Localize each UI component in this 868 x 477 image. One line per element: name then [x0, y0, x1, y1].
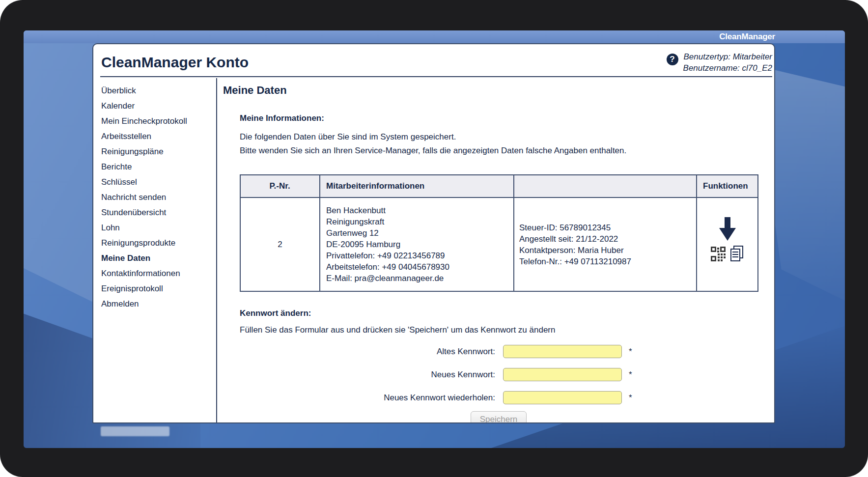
form-row: Altes Kennwort: * [240, 345, 757, 358]
password-section-heading: Kennwort ändern: [240, 309, 757, 318]
user-info-block: ? Benutzertyp: Mitarbeiter Benutzername:… [667, 51, 772, 76]
cell-functions [697, 197, 758, 291]
required-marker: * [629, 370, 632, 380]
help-icon[interactable]: ? [667, 54, 678, 65]
window-header: CleanManager Konto ? Benutzertyp: Mitarb… [100, 44, 772, 77]
section-title: Meine Daten [223, 84, 757, 97]
app-logo: CleanManager [719, 32, 775, 42]
new-password-label: Neues Kennwort: [240, 370, 503, 380]
employee-role: Reinigungskraft [326, 216, 509, 227]
sidebar-item-schluessel[interactable]: Schlüssel [93, 174, 216, 190]
password-form: Altes Kennwort: * Neues Kennwort: * Neue… [240, 345, 757, 422]
sidebar-item-meine-daten[interactable]: Meine Daten [93, 251, 216, 266]
qr-code-icon[interactable] [711, 247, 726, 261]
sidebar-item-reinigungsprodukte[interactable]: Reinigungsprodukte [93, 235, 216, 251]
user-type-label: Benutzertyp: Mitarbeiter [683, 51, 772, 62]
col-header-pnr: P.-Nr. [240, 175, 320, 197]
app-window: CleanManager Konto ? Benutzertyp: Mitarb… [92, 43, 775, 423]
screen-background: CleanManager CleanManager Konto ? Benutz… [24, 30, 845, 448]
password-instruction: Füllen Sie das Formular aus und drücken … [240, 325, 757, 335]
sidebar-item-kalender[interactable]: Kalender [93, 98, 216, 113]
page-title: CleanManager Konto [101, 54, 249, 76]
cell-employee-info: Ben Hackenbutt Reinigungskraft Gartenweg… [320, 197, 514, 291]
save-button[interactable]: Speichern [471, 411, 527, 422]
main-content: Meine Daten Meine Informationen: Die fol… [218, 78, 774, 422]
employee-tax-id: Steuer-ID: 56789012345 [519, 222, 696, 233]
sidebar-item-ereignisprotokoll[interactable]: Ereignisprotokoll [93, 281, 216, 296]
document-copy-icon[interactable] [730, 246, 744, 261]
col-header-mitarbeiterinformationen: Mitarbeiterinformationen [320, 175, 514, 197]
download-arrow-icon[interactable] [717, 217, 738, 242]
old-password-input[interactable] [503, 345, 622, 358]
cell-employee-details: Steuer-ID: 56789012345 Angestellt seit: … [514, 197, 697, 291]
required-marker: * [629, 393, 632, 403]
sidebar-item-reinigungsplaene[interactable]: Reinigungspläne [93, 144, 216, 159]
wallpaper-highlight [101, 426, 169, 436]
user-info-lines: Benutzertyp: Mitarbeiter Benutzername: c… [683, 51, 772, 74]
sidebar-item-nachricht-senden[interactable]: Nachricht senden [93, 190, 216, 205]
sidebar-nav: Überblick Kalender Mein Eincheckprotokol… [93, 78, 217, 422]
col-header-empty [514, 175, 697, 197]
sidebar-item-eincheckprotokoll[interactable]: Mein Eincheckprotokoll [93, 113, 216, 129]
sidebar-item-ueberblick[interactable]: Überblick [93, 83, 216, 98]
table-header-row: P.-Nr. Mitarbeiterinformationen Funktion… [240, 175, 758, 197]
sidebar-item-abmelden[interactable]: Abmelden [93, 296, 216, 311]
sidebar-item-stundenuebersicht[interactable]: Stundenübersicht [93, 205, 216, 220]
sidebar-item-lohn[interactable]: Lohn [93, 220, 216, 235]
form-row: Neues Kennwort wiederholen: * [240, 391, 757, 404]
required-marker: * [629, 347, 632, 357]
top-bar: CleanManager [24, 30, 845, 43]
col-header-funktionen: Funktionen [697, 175, 758, 197]
info-line: Bitte wenden Sie sich an Ihren Service-M… [240, 144, 757, 158]
employee-table: P.-Nr. Mitarbeiterinformationen Funktion… [240, 174, 758, 292]
old-password-label: Altes Kennwort: [240, 347, 503, 357]
info-heading: Meine Informationen: [240, 113, 757, 123]
new-password-input[interactable] [503, 368, 622, 381]
user-name-label: Benutzername: cl70_E2 [683, 62, 772, 74]
employee-work-phone: Arbeitstelefon: +49 04045678930 [326, 261, 509, 273]
form-row: Neues Kennwort: * [240, 368, 757, 381]
info-line: Die folgenden Daten über Sie sind im Sys… [240, 130, 757, 144]
sidebar-item-berichte[interactable]: Berichte [93, 159, 216, 174]
employee-private-phone: Privattelefon: +49 02213456789 [326, 250, 509, 261]
repeat-password-input[interactable] [503, 391, 622, 404]
device-bezel: CleanManager CleanManager Konto ? Benutz… [0, 0, 868, 477]
sidebar-item-kontaktinformationen[interactable]: Kontaktinformationen [93, 266, 216, 281]
employee-contact-person: Kontaktperson: Maria Huber [519, 245, 696, 256]
repeat-password-label: Neues Kennwort wiederholen: [240, 393, 503, 403]
info-paragraph: Die folgenden Daten über Sie sind im Sys… [240, 130, 757, 158]
sidebar-item-arbeitsstellen[interactable]: Arbeitsstellen [93, 129, 216, 144]
employee-city: DE-20095 Hamburg [326, 239, 509, 250]
employee-street: Gartenweg 12 [326, 227, 509, 239]
cell-pnr: 2 [240, 197, 320, 291]
employee-name: Ben Hackenbutt [326, 205, 509, 216]
table-row: 2 Ben Hackenbutt Reinigungskraft Gartenw… [240, 197, 758, 291]
employee-email: E-Mail: pra@cleanmanageer.de [326, 273, 509, 284]
employee-hired-since: Angestellt seit: 21/12-2022 [519, 233, 696, 245]
employee-contact-phone: Telefon-Nr.: +49 07113210987 [519, 256, 696, 267]
